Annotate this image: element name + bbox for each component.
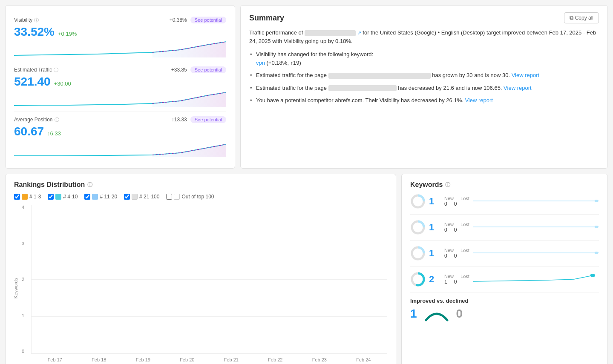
legend-checkbox-out[interactable] [166, 194, 172, 200]
x-axis-labels: Feb 17 Feb 18 Feb 19 Feb 20 Feb 21 Feb 2… [31, 355, 387, 364]
improved-declined-title: Improved vs. declined [410, 298, 599, 304]
average-position-label: Average Position ⓘ [14, 117, 59, 123]
improved-arch-chart [424, 307, 449, 321]
redacted-url-1 [305, 30, 356, 36]
legend-checkbox-21-100[interactable] [124, 194, 130, 200]
estimated-traffic-label: Estimated Traffic ⓘ [14, 67, 58, 73]
average-position-info-icon[interactable]: ⓘ [55, 117, 59, 123]
rankings-info-icon[interactable]: ⓘ [87, 181, 92, 189]
x-label-feb20: Feb 20 [167, 355, 208, 364]
kw-top100-sparkline [473, 273, 599, 286]
improved-declined-section: Improved vs. declined 1 0 [410, 298, 599, 326]
x-label-feb23: Feb 23 [299, 355, 340, 364]
estimated-traffic-sparkline [14, 90, 226, 107]
chart-area [31, 205, 387, 354]
svg-point-11 [595, 252, 599, 254]
legend-11-20[interactable]: # 11-20 [84, 194, 117, 200]
legend-1-3[interactable]: # 1-3 [14, 194, 41, 200]
legend-checkbox-11-20[interactable] [84, 194, 90, 200]
copy-icon: ⧉ [570, 14, 573, 21]
kw-top20-count: 1 [429, 248, 441, 259]
legend-checkbox-4-10[interactable] [48, 194, 54, 200]
kw-top3-row: 1 New Lost 0 0 [410, 194, 599, 209]
keywords-info-icon[interactable]: ⓘ [445, 181, 450, 189]
svg-point-3 [595, 200, 599, 202]
redacted-url-2 [328, 73, 431, 79]
declined-count: 0 [456, 307, 463, 321]
keywords-panel: Keywords ⓘ 1 New Lost [401, 174, 608, 364]
kw-top100-row: 2 New Lost 1 0 [410, 272, 599, 287]
kw-top20-row: 1 New Lost 0 0 [410, 246, 599, 261]
estimated-traffic-info-icon[interactable]: ⓘ [54, 67, 58, 73]
average-position-sparkline [14, 140, 226, 157]
copy-all-button[interactable]: ⧉ Copy all [564, 12, 599, 23]
kw-top20-stats: New Lost 0 0 [444, 248, 470, 259]
legend-color-11-20 [92, 194, 98, 200]
average-position-value: 60.67 ↑6.33 [14, 125, 226, 138]
y-label-0: 0 [22, 349, 24, 354]
x-label-feb17: Feb 17 [35, 355, 75, 364]
summary-intro: Traffic performance of ↗ for the United … [249, 29, 599, 45]
visibility-info-icon[interactable]: ⓘ [34, 17, 39, 23]
legend-color-21-100 [132, 194, 138, 200]
estimated-traffic-metric: Estimated Traffic ⓘ +33.85 See potential… [14, 62, 226, 112]
kw-top100-count: 2 [429, 274, 441, 285]
x-label-feb19: Feb 19 [123, 355, 164, 364]
kw-top10-section: 1 New Lost 0 0 [410, 220, 599, 241]
rankings-bar-chart: 4 3 2 1 0 Keywords [14, 205, 387, 364]
visibility-metric: Visibility ⓘ +0.38% See potential 33.52%… [14, 12, 226, 62]
legend-color-1-3 [22, 194, 28, 200]
kw-top3-section: 1 New Lost 0 0 [410, 194, 599, 215]
kw-top10-stats: New Lost 0 0 [444, 222, 470, 233]
rankings-title: Rankings Distribution ⓘ [14, 181, 387, 189]
legend-out-top100[interactable]: Out of top 100 [166, 194, 214, 200]
x-label-feb24: Feb 24 [343, 355, 384, 364]
estimated-traffic-value: 521.40 +30.00 [14, 75, 226, 89]
kw-top100-stats: New Lost 1 0 [444, 274, 470, 285]
legend-color-4-10 [55, 194, 61, 200]
kw-top100-donut [410, 272, 426, 287]
y-label-2: 2 [22, 277, 24, 282]
legend-21-100[interactable]: # 21-100 [124, 194, 159, 200]
estimated-traffic-change: +33.85 [171, 67, 187, 73]
redacted-url-3 [328, 85, 397, 91]
y-label-3: 3 [22, 241, 24, 246]
legend-color-out [174, 194, 180, 200]
average-position-see-potential-btn[interactable]: See potential [190, 116, 226, 123]
bullet-3: Estimated traffic for the page has decre… [249, 84, 599, 92]
svg-point-14 [590, 274, 595, 277]
view-report-link-3[interactable]: View report [465, 97, 493, 103]
estimated-traffic-see-potential-btn[interactable]: See potential [190, 66, 226, 73]
y-label-4: 4 [22, 205, 24, 210]
visibility-label: Visibility ⓘ [14, 17, 39, 23]
kw-top100-section: 2 New Lost 1 0 [410, 272, 599, 292]
average-position-metric: Average Position ⓘ ↑13.33 See potential … [14, 112, 226, 161]
kw-top10-sparkline [473, 221, 599, 234]
y-axis-title: Keywords [13, 278, 18, 298]
view-report-link-1[interactable]: View report [512, 72, 540, 78]
legend-4-10[interactable]: # 4-10 [48, 194, 78, 200]
visibility-see-potential-btn[interactable]: See potential [190, 17, 226, 23]
visibility-value: 33.52% +0.19% [14, 25, 226, 39]
summary-panel: Summary ⧉ Copy all Traffic performance o… [240, 5, 608, 169]
legend-checkbox-1-3[interactable] [14, 194, 20, 200]
summary-bullets: Visibility has changed for the following… [249, 50, 599, 105]
kw-top10-donut [410, 220, 426, 235]
kw-top20-donut [410, 246, 426, 261]
bullet-4: You have a potential competitor ahrefs.c… [249, 96, 599, 105]
kw-top20-section: 1 New Lost 0 0 [410, 246, 599, 267]
x-label-feb22: Feb 22 [255, 355, 296, 364]
improved-count: 1 [410, 307, 417, 321]
view-report-link-2[interactable]: View report [504, 85, 532, 91]
keyword-vpn-link[interactable]: vpn [256, 60, 265, 66]
kw-top3-donut [410, 194, 426, 209]
x-label-feb18: Feb 18 [79, 355, 120, 364]
x-label-feb21: Feb 21 [211, 355, 252, 364]
summary-title: Summary [249, 14, 284, 23]
average-position-change: ↑13.33 [172, 117, 187, 123]
visibility-change: +0.38% [170, 17, 187, 23]
improved-declined-row: 1 0 [410, 307, 599, 321]
external-link-icon[interactable]: ↗ [357, 30, 361, 35]
kw-top3-stats: New Lost 0 0 [444, 196, 470, 207]
keywords-title: Keywords ⓘ [410, 181, 599, 189]
